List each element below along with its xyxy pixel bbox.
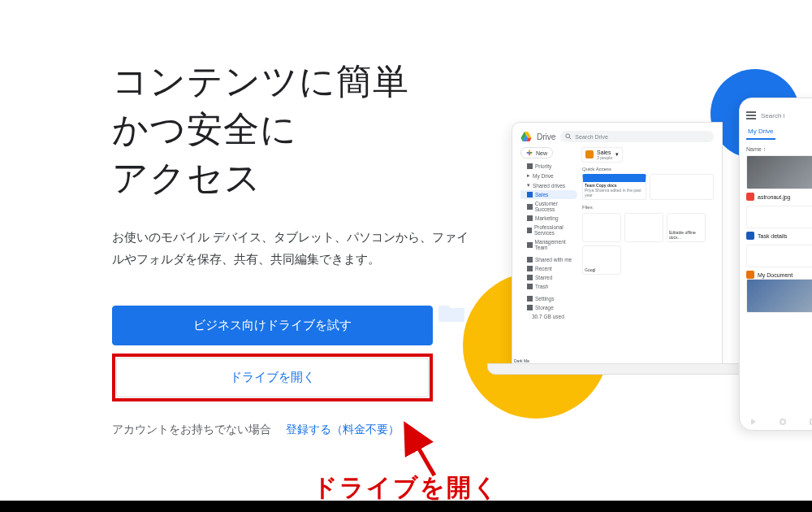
quick-access-card[interactable]: Team Copy docsPriya Sharma edited in the… — [582, 174, 646, 200]
phone-file-row[interactable]: Task details — [746, 232, 812, 240]
sidebar-item-storage[interactable]: Storage — [520, 303, 577, 312]
nav-home-icon[interactable] — [780, 419, 786, 425]
sidebar-item-starred[interactable]: Starred — [520, 273, 577, 282]
hero-title: コンテンツに簡単 かつ安全に アクセス — [112, 57, 469, 202]
search-icon — [565, 133, 572, 140]
signup-prompt: アカウントをお持ちでない場合 — [112, 423, 271, 436]
files-heading: Files — [582, 205, 714, 210]
laptop-app-title: Drive — [537, 132, 555, 141]
folder-icon — [438, 301, 466, 322]
annotation-highlight-box: ドライブを開く — [112, 354, 433, 401]
open-drive-button[interactable]: ドライブを開く — [116, 358, 429, 397]
bottom-bar — [0, 501, 812, 512]
sidebar-item-shared-drives[interactable]: ▾Shared drives — [520, 180, 577, 190]
sidebar-item-management-team[interactable]: Management Team — [520, 237, 577, 252]
hero-title-line1: コンテンツに簡単 — [112, 61, 409, 101]
sidebar-item-settings[interactable]: Settings — [520, 294, 577, 303]
laptop-search-placeholder: Search Drive — [575, 134, 607, 140]
sidebar-item-sales[interactable]: Sales — [520, 190, 577, 199]
sidebar-item-marketing[interactable]: Marketing — [520, 214, 577, 223]
device-illustration: Drive Search Drive New Priority ▸My Driv… — [536, 77, 812, 419]
slides-file-icon — [746, 271, 754, 279]
phone-name-heading: Name ↑ — [746, 146, 812, 152]
phone-file-row[interactable]: astronaut.jpg — [746, 193, 812, 201]
plus-icon — [526, 150, 533, 156]
annotation-text: ドライブを開く — [313, 471, 499, 505]
svg-point-0 — [566, 134, 570, 138]
chevron-down-icon: ▾ — [615, 151, 619, 158]
signup-row: アカウントをお持ちでない場合 登録する（料金不要） — [112, 423, 400, 437]
sidebar-item-priority[interactable]: Priority — [520, 162, 577, 171]
nav-recents-icon[interactable] — [810, 419, 812, 425]
folder-avatar-icon — [585, 150, 594, 158]
phone-tab-my-drive[interactable]: My Drive — [746, 124, 775, 140]
laptop-base — [487, 363, 747, 375]
phone-file-row[interactable]: My Document — [746, 271, 812, 279]
file-card[interactable]: Editable offline docs… — [667, 213, 706, 242]
drive-logo-icon — [520, 132, 532, 141]
sidebar-item-shared-with-me[interactable]: Shared with me — [520, 255, 577, 264]
file-card[interactable] — [582, 213, 621, 242]
laptop-new-button[interactable]: New — [520, 147, 553, 158]
sidebar-storage-used: 30.7 GB used — [520, 312, 577, 321]
laptop-main: Sales 3 people ▾ Quick Access Team Copy … — [582, 147, 714, 321]
laptop-sidebar: New Priority ▸My Drive ▾Shared drives Sa… — [520, 147, 577, 321]
file-card[interactable] — [624, 213, 663, 242]
phone-thumbnail[interactable] — [746, 279, 812, 313]
sidebar-item-trash[interactable]: Trash — [520, 282, 577, 291]
hero-title-line3: アクセス — [112, 158, 261, 197]
laptop-search-input[interactable]: Search Drive — [560, 131, 714, 142]
hamburger-icon[interactable] — [746, 111, 756, 119]
doc-file-icon — [746, 232, 754, 240]
try-business-drive-button[interactable]: ビジネス向けドライブを試す — [112, 306, 433, 345]
phone-thumbnail[interactable] — [746, 206, 812, 228]
quick-access-card[interactable]: Dark Ma — [650, 174, 714, 200]
phone-search-placeholder[interactable]: Search i — [761, 112, 784, 119]
laptop-mock: Drive Search Drive New Priority ▸My Driv… — [512, 122, 723, 366]
phone-nav-bar — [740, 419, 812, 425]
sidebar-item-my-drive[interactable]: ▸My Drive — [520, 171, 577, 180]
sidebar-item-customer-success[interactable]: Customer Success — [520, 199, 577, 214]
folder-chip[interactable]: Sales 3 people ▾ — [582, 148, 622, 162]
hero-title-line2: かつ安全に — [112, 109, 297, 149]
quick-access-heading: Quick Access — [582, 167, 714, 171]
nav-back-icon[interactable] — [751, 419, 756, 425]
phone-thumbnail[interactable] — [746, 245, 812, 267]
image-file-icon — [746, 193, 754, 201]
hero-subtitle: お使いのモバイル デバイス、タブレット、パソコンから、ファイルやフォルダを保存、… — [112, 226, 469, 270]
sidebar-item-recent[interactable]: Recent — [520, 264, 577, 273]
phone-mock: Search i My Drive Name ↑ astronaut.jpg T… — [739, 98, 812, 431]
svg-line-1 — [570, 137, 572, 139]
signup-link[interactable]: 登録する（料金不要） — [286, 423, 400, 436]
file-card[interactable]: Googl — [582, 245, 621, 275]
phone-thumbnail[interactable] — [746, 155, 812, 189]
sidebar-item-professional-services[interactable]: Professional Services — [520, 223, 577, 237]
